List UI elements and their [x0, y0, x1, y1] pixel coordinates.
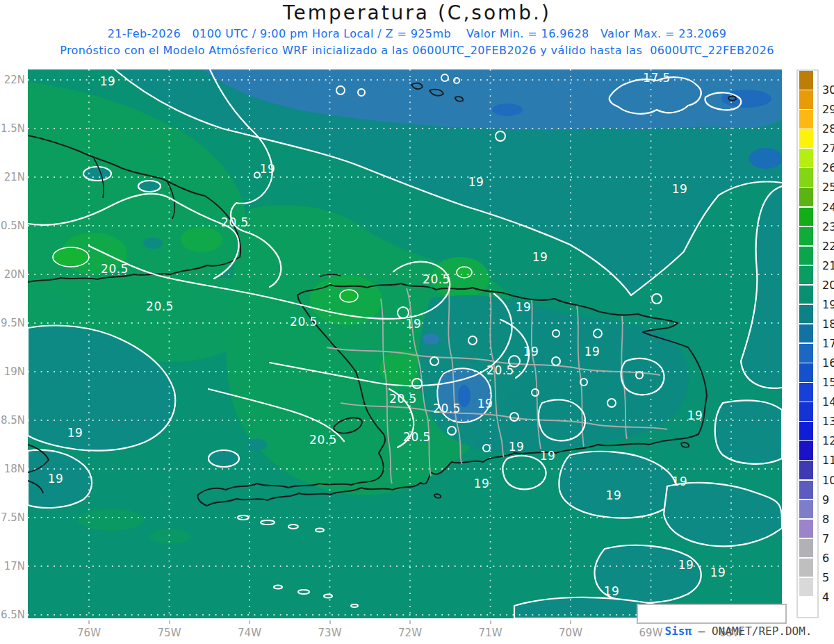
colorbar-label: 4 — [822, 591, 829, 604]
colorbar-swatch — [799, 247, 813, 265]
contour-value-label: 20.5 — [403, 430, 431, 444]
colorbar-swatch — [799, 441, 813, 460]
y-tick-label: 0.5N — [0, 220, 25, 232]
map-plot-area: 1917.519191920.51920.520.51920.520.51919… — [28, 69, 782, 618]
colorbar-label: 27 — [822, 142, 834, 155]
colorbar-swatch — [799, 71, 813, 90]
contour-value-label: 19 — [100, 74, 116, 88]
colorbar-label: 15 — [822, 377, 834, 389]
y-tick-label: 20N — [0, 268, 25, 281]
colorbar-swatch — [799, 149, 813, 167]
colorbar-label: 6 — [822, 552, 829, 565]
colorbar-swatch — [799, 90, 813, 109]
x-tick-label: 75W — [158, 627, 181, 639]
y-tick-label: 21N — [0, 171, 25, 183]
x-tick-label: 76W — [77, 627, 101, 639]
y-tick-label: 8.5N — [0, 414, 25, 427]
colorbar-swatch — [799, 188, 813, 206]
x-tick-mark — [570, 620, 571, 624]
y-tick-label: 22N — [0, 74, 25, 86]
colorbar-label: 28 — [822, 123, 834, 135]
x-tick-label: 74W — [238, 627, 261, 639]
colorbar-swatch — [799, 110, 813, 129]
y-tick-label: 19N — [0, 365, 25, 378]
colorbar-swatch — [799, 500, 813, 519]
contour-value-label: 20.5 — [290, 315, 318, 329]
colorbar-label: 18 — [822, 318, 834, 331]
contour-value-label: 20.5 — [389, 392, 417, 406]
colorbar-swatch — [799, 402, 813, 421]
contour-value-label: 19 — [584, 345, 600, 358]
contour-value-label: 19 — [604, 584, 620, 598]
contour-value-label: 17.5 — [643, 71, 671, 85]
page-title: Temperatura (C,somb.) — [0, 1, 834, 24]
colorbar-swatch — [799, 266, 813, 285]
colorbar-label: 30 — [822, 84, 834, 97]
contour-value-label: 19 — [532, 250, 548, 264]
contour-value-label: 19 — [540, 449, 556, 463]
colorbar-label: 22 — [822, 240, 834, 253]
colorbar-swatch — [799, 481, 813, 499]
colorbar-swatch — [799, 461, 813, 479]
contour-value-label: 19 — [509, 440, 525, 454]
contour-value-label: 19 — [672, 182, 688, 196]
colorbar-label: 24 — [822, 201, 834, 214]
subtitle-validtime: 21-Feb-2026 0100 UTC / 9:00 pm Hora Loca… — [0, 27, 834, 40]
contour-value-label: 20.5 — [309, 433, 337, 447]
x-tick-mark — [490, 620, 491, 624]
colorbar-label: 9 — [822, 494, 829, 506]
y-tick-label: 1.5N — [0, 122, 25, 135]
contour-value-label: 19 — [48, 472, 64, 486]
colorbar-swatch — [799, 168, 813, 187]
y-tick-label: 7.5N — [0, 511, 25, 524]
colorbar-swatch — [799, 578, 813, 597]
x-tick-label: 73W — [318, 627, 342, 639]
colorbar-label: 26 — [822, 162, 834, 174]
contour-value-label: 20.5 — [486, 363, 514, 377]
colorbar-label: 8 — [822, 513, 829, 526]
colorbar-label: 11 — [822, 454, 834, 467]
colorbar-swatch — [799, 208, 813, 226]
colorbar-label: 25 — [822, 181, 834, 194]
colorbar-swatch — [799, 539, 813, 558]
colorbar-label: 5 — [822, 572, 829, 584]
branding-app-name: Sisπ — [665, 625, 692, 638]
colorbar-label: 19 — [822, 299, 834, 311]
contour-value-label: 20.5 — [423, 272, 450, 286]
x-tick-mark — [329, 620, 331, 624]
y-tick-label: 18N — [0, 463, 25, 475]
x-tick-mark — [169, 620, 170, 624]
contour-value-label: 19 — [516, 300, 532, 314]
contour-value-label: 20.5 — [101, 262, 129, 276]
colorbar-swatch — [799, 363, 813, 382]
colorbar-swatch — [799, 520, 813, 538]
colorbar-swatch — [799, 597, 813, 616]
contour-value-label: 19 — [477, 397, 493, 411]
colorbar-label: 17 — [822, 338, 834, 350]
branding-org-name: – ONAMET/REP.DOM. — [692, 625, 812, 638]
colorbar-swatch — [799, 344, 813, 363]
colorbar-label: 21 — [822, 260, 834, 272]
colorbar-swatch — [799, 422, 813, 440]
contour-value-label: 19 — [406, 317, 422, 331]
colorbar-swatch — [799, 286, 813, 304]
colorbar-swatch — [799, 305, 813, 324]
branding-box: Sisπ – ONAMET/REP.DOM. — [637, 604, 787, 624]
contour-value-label: 19 — [523, 345, 539, 358]
weather-map-page: Temperatura (C,somb.) 21-Feb-2026 0100 U… — [0, 0, 834, 644]
colorbar-label: 14 — [822, 396, 834, 408]
x-tick-label: 71W — [479, 627, 502, 639]
colorbar-label: 7 — [822, 533, 829, 545]
contour-value-label: 20.5 — [221, 215, 249, 229]
x-tick-mark — [409, 620, 411, 624]
colorbar-label: 16 — [822, 357, 834, 370]
x-tick-label: 70W — [559, 627, 582, 639]
colorbar-swatch — [799, 227, 813, 246]
x-tick-mark — [88, 620, 90, 624]
contour-value-label: 19 — [260, 162, 276, 176]
contour-value-label: 19 — [67, 426, 83, 440]
colorbar-swatch — [799, 383, 813, 402]
contour-value-label: 19 — [468, 175, 484, 189]
contour-value-label: 19 — [710, 565, 726, 579]
contour-value-label: 20.5 — [146, 299, 174, 313]
